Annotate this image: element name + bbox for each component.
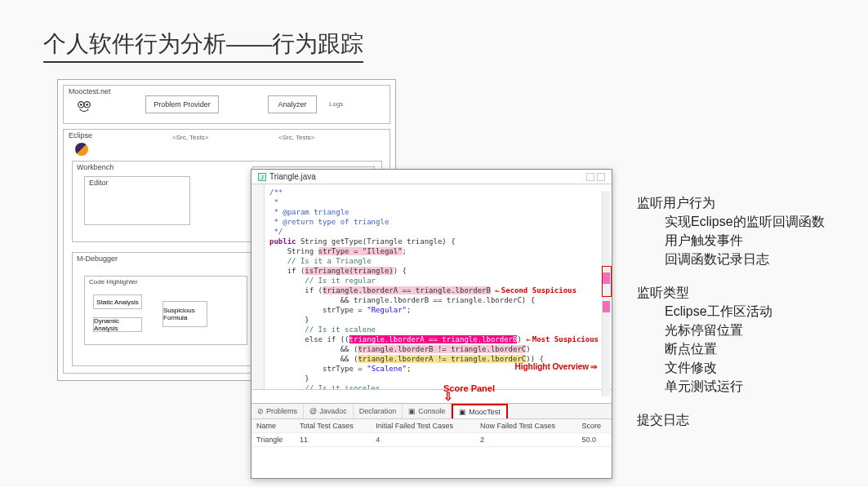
code-line: && triangle.lborderB == triangle.lborder… bbox=[269, 295, 605, 305]
code-line: } bbox=[269, 315, 605, 325]
logs-label: Logs bbox=[329, 100, 343, 108]
tab-mooctest[interactable]: ▣MoocTest bbox=[452, 404, 508, 418]
notes-item: Eclipse工作区活动 bbox=[637, 302, 825, 321]
code-line: public String getType(Triangle triangle)… bbox=[269, 237, 605, 246]
tab-console[interactable]: ▣Console bbox=[403, 404, 452, 418]
score-panel-annotation: Score Panel ⇩ bbox=[443, 383, 495, 400]
notes-heading-submit-log: 提交日志 bbox=[637, 410, 825, 429]
code-line: && (triangle.lborderB != triangle.lborde… bbox=[269, 344, 605, 354]
tab-problems[interactable]: ⊘Problems bbox=[251, 404, 304, 418]
cell-now: 2 bbox=[475, 433, 576, 447]
eclipse-label: Eclipse bbox=[69, 131, 92, 139]
slide-title: 个人软件行为分析——行为跟踪 bbox=[43, 29, 363, 63]
code-area[interactable]: /** * * @param triangle * @return type o… bbox=[251, 184, 612, 390]
mooctest-region: Mooctest.net Problem Provider Analyzer L… bbox=[63, 85, 390, 124]
eclipse-icon bbox=[75, 143, 88, 156]
editor-file-tab[interactable]: J Triangle.java bbox=[251, 170, 612, 184]
notes-item: 用户触发事件 bbox=[637, 231, 825, 250]
code-line: String strType = "Illegal"; bbox=[269, 246, 605, 256]
editor-tab-label: Triangle.java bbox=[269, 172, 316, 181]
svg-point-3 bbox=[86, 104, 88, 106]
notes-item: 单元测试运行 bbox=[637, 377, 825, 396]
notes-item: 文件修改 bbox=[637, 358, 825, 377]
notes-heading-listen-type: 监听类型 bbox=[637, 283, 825, 302]
most-suspicious-annotation: Most Suspicious bbox=[526, 335, 599, 343]
maximize-icon[interactable] bbox=[597, 173, 605, 181]
col-initial-failed: Initial Failed Test Cases bbox=[371, 419, 475, 433]
code-line: // Is it a Triangle bbox=[269, 256, 605, 266]
notes-column: 监听用户行为 实现Eclipse的监听回调函数 用户触发事件 回调函数记录日志 … bbox=[637, 193, 825, 444]
notes-item: 光标停留位置 bbox=[637, 321, 825, 339]
code-line: if (isTriangle(triangle)) { bbox=[269, 266, 605, 276]
suspicious-formula-box: Suspicious Formula bbox=[162, 301, 207, 327]
col-score: Score bbox=[576, 419, 612, 433]
analyzer-box: Analyzer bbox=[268, 95, 317, 113]
editor-box: Editor bbox=[84, 176, 190, 225]
static-analysis-box: Static Analysis bbox=[93, 294, 142, 309]
editor-toolbar-icons bbox=[586, 173, 605, 181]
notes-item: 实现Eclipse的监听回调函数 bbox=[637, 212, 825, 231]
problem-provider-box: Problem Provider bbox=[145, 95, 219, 113]
code-line: // Is it scalene bbox=[269, 325, 605, 334]
code-line: strType = "Regular"; bbox=[269, 305, 605, 315]
tab-javadoc[interactable]: @Javadoc bbox=[304, 404, 354, 418]
table-row[interactable]: Triangle 11 4 2 50.0 bbox=[251, 433, 612, 447]
code-line: * bbox=[269, 197, 605, 207]
notes-item: 回调函数记录日志 bbox=[637, 250, 825, 268]
highlight-overview-annotation: Highlight Overview bbox=[514, 362, 597, 371]
code-line: if (triangle.lborderA == triangle.lborde… bbox=[269, 286, 605, 295]
tab-declaration[interactable]: Declaration bbox=[354, 404, 403, 418]
score-table: Name Total Test Cases Initial Failed Tes… bbox=[251, 419, 612, 447]
code-line: } bbox=[269, 374, 605, 383]
svg-point-2 bbox=[80, 104, 82, 106]
notes-heading-listen-behavior: 监听用户行为 bbox=[637, 193, 825, 212]
bottom-panel: ⊘Problems @Javadoc Declaration ▣Console … bbox=[251, 403, 612, 478]
cell-score: 50.0 bbox=[576, 433, 612, 447]
java-file-icon: J bbox=[258, 173, 266, 181]
mooctest-label: Mooctest.net bbox=[69, 87, 111, 95]
console-icon: ▣ bbox=[408, 407, 416, 415]
cell-total: 11 bbox=[295, 433, 371, 447]
bottom-panel-tabs: ⊘Problems @Javadoc Declaration ▣Console … bbox=[251, 404, 612, 419]
overview-highlight-box bbox=[602, 266, 612, 297]
dynamic-analysis-box: Dynamic Analysis bbox=[93, 317, 142, 332]
line-gutter bbox=[251, 184, 265, 389]
code-line: */ bbox=[269, 227, 605, 237]
code-line: * @return type of triangle bbox=[269, 217, 605, 227]
code-line: // Is it regular bbox=[269, 276, 605, 286]
cell-initial: 4 bbox=[371, 433, 475, 447]
col-name: Name bbox=[251, 419, 295, 433]
code-highlighter-label: Code Highlighter bbox=[85, 277, 247, 287]
notes-item: 断点位置 bbox=[637, 339, 825, 358]
code-line: // Is it isoceles bbox=[269, 383, 605, 390]
col-total: Total Test Cases bbox=[295, 419, 371, 433]
javadoc-icon: @ bbox=[309, 407, 317, 415]
mooctest-tab-icon: ▣ bbox=[459, 408, 466, 416]
editor-label: Editor bbox=[85, 177, 189, 188]
problems-icon: ⊘ bbox=[257, 407, 264, 415]
code-line: * @param triangle bbox=[269, 207, 605, 217]
cell-name: Triangle bbox=[251, 433, 295, 447]
minimize-icon[interactable] bbox=[586, 173, 594, 181]
code-highlighter-box: Code Highlighter Static Analysis Dynamic… bbox=[84, 276, 247, 345]
code-line: /** bbox=[269, 188, 605, 197]
eclipse-editor-screenshot: J Triangle.java /** * * @param triangle … bbox=[251, 169, 612, 479]
mooctest-logo-icon bbox=[75, 99, 93, 117]
code-line: else if ((triangle.lborderA == triangle.… bbox=[269, 334, 605, 344]
second-suspicious-annotation: Second Suspicious bbox=[495, 286, 576, 294]
col-now-failed: Now Failed Test Cases bbox=[475, 419, 576, 433]
